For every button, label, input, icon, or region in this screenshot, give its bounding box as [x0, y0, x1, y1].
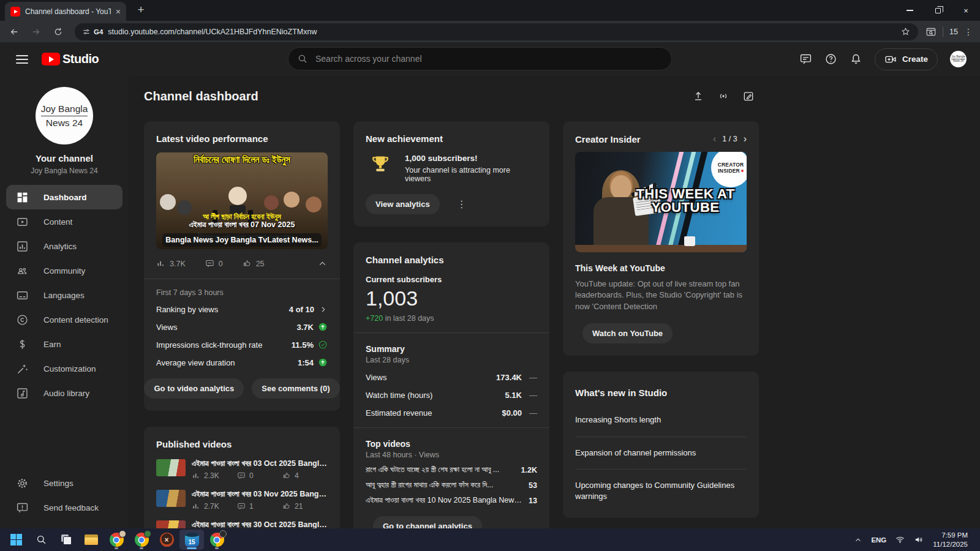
carousel-pager: ‹ 1 / 3 › [713, 133, 747, 144]
channel-avatar[interactable]: Joy Bangla News 24 [36, 87, 93, 144]
card-title: Channel analytics [366, 255, 537, 265]
account-avatar[interactable]: Joy Bangla News 24 [950, 51, 967, 67]
create-post-button[interactable] [738, 86, 759, 107]
sidebar-item-content-detection[interactable]: Content detection [0, 307, 129, 332]
sidebar-item-dashboard[interactable]: Dashboard [6, 185, 123, 209]
studio-search-bar[interactable] [288, 47, 672, 70]
extensions-count[interactable]: 15 [949, 28, 958, 36]
top-video-row[interactable]: রাগে একি ঘটাতে যাচ্ছে ২য় স্ত্রী শেষ রক্… [366, 465, 537, 474]
search-input[interactable] [315, 54, 663, 64]
card-divider [353, 427, 549, 428]
whats-new-item[interactable]: Upcoming changes to Community Guidelines… [575, 470, 747, 506]
published-video-row[interactable]: এইমাত্র পাওয়া বাংলা খবর 03 Oct 2025 Ban… [156, 459, 328, 480]
column-2: New achievement 1,000 subscribers! Your … [353, 121, 549, 528]
window-minimize-button[interactable] [895, 0, 924, 21]
upload-videos-button[interactable] [688, 86, 709, 107]
studio-logo[interactable]: Studio [42, 52, 99, 66]
forward-button[interactable] [27, 23, 45, 41]
volume-icon[interactable] [914, 534, 924, 545]
collapse-chevron-icon[interactable] [317, 258, 328, 269]
go-to-video-analytics-button[interactable]: Go to video analytics [144, 378, 244, 399]
whats-new-item[interactable]: Increasing Shorts length [575, 404, 747, 437]
sidebar-item-community[interactable]: Community [0, 258, 129, 283]
page-title: Channel dashboard [144, 89, 258, 103]
reload-button[interactable] [49, 23, 67, 41]
go-live-button[interactable] [713, 86, 734, 107]
creator-insider-thumbnail[interactable]: CREATOR INSIDER THIS WEEK AT YOUTUBE [575, 152, 747, 252]
pager-next-icon[interactable]: › [744, 133, 747, 144]
see-comments-button[interactable]: See comments (0) [252, 378, 339, 399]
likes-stat: 25 [243, 259, 265, 268]
chrome-profile-3-button[interactable] [205, 530, 229, 550]
url-text[interactable]: studio.youtube.com/channel/UCkA21HBJFdYh… [108, 28, 895, 36]
help-icon[interactable] [824, 53, 837, 66]
wand-icon [16, 362, 29, 375]
trend-up-icon [318, 358, 328, 367]
view-analytics-button[interactable]: View analytics [366, 194, 440, 214]
page-actions [688, 86, 759, 107]
metric-ranking[interactable]: Ranking by views 4 of 10 [156, 305, 328, 314]
language-indicator[interactable]: ENG [871, 536, 886, 544]
tab-search-icon[interactable] [925, 26, 937, 37]
published-video-row[interactable]: এইমাত্র পাওয়া বাংলা খবর 03 Nov 2025 Ban… [156, 490, 328, 511]
system-tray: ENG 7:59 PM 11/12/2025 [854, 531, 976, 549]
chrome-icon [135, 533, 149, 547]
browser-tabstrip: Channel dashboard - YouTube S × + × [0, 0, 980, 21]
feedback-icon[interactable] [799, 53, 812, 66]
top-video-row[interactable]: এইমাত্র পাওয়া বাংলা খবর 10 Nov 2025 Ban… [366, 496, 537, 505]
top-video-row[interactable]: আবু ত্বহার স্ত্রী রাগের মাথায় একি করলো … [366, 481, 537, 490]
site-settings-chip[interactable]: G4 [82, 28, 103, 36]
thumbnail-caption: Bangla News Joy Bangla TvLatest News... [162, 233, 322, 247]
sidebar-item-analytics[interactable]: Analytics [0, 234, 129, 258]
taskbar-clock[interactable]: 7:59 PM 11/12/2025 [933, 531, 968, 549]
bookmark-star-icon[interactable] [900, 26, 911, 37]
metric-ctr: Impressions click-through rate 11.5% [156, 340, 328, 350]
sidebar-item-languages[interactable]: Languages [0, 283, 129, 307]
studio-header: Studio Create Joy Bangla News 24 [0, 42, 980, 76]
browser-tab-active[interactable]: Channel dashboard - YouTube S × [5, 2, 126, 21]
active-browser-button[interactable]: 15 [179, 530, 204, 550]
thumbnail-overlay-1: আ লীগ ছাড়া নির্বাচন হবেনা ইউনুস [156, 212, 328, 221]
latest-video-thumbnail[interactable]: নির্বাচনের ঘোষণা দিলেন ডঃ ইউনুস এইমাত্র … [156, 152, 328, 249]
pager-prev-icon[interactable]: ‹ [713, 133, 716, 144]
go-to-channel-analytics-button[interactable]: Go to channel analytics [373, 516, 482, 528]
sidebar-item-earn[interactable]: Earn [0, 332, 129, 356]
file-explorer-button[interactable] [79, 530, 104, 550]
watch-on-youtube-button[interactable]: Watch on YouTube [582, 323, 673, 343]
sidebar-item-customization[interactable]: Customization [0, 356, 129, 381]
check-circle-icon [318, 340, 328, 350]
sidebar-item-audio-library[interactable]: Audio library [0, 381, 129, 405]
card-title: Latest video performance [156, 133, 328, 144]
whats-new-item[interactable]: Expansion of channel permissions [575, 437, 747, 470]
back-button[interactable] [5, 23, 23, 41]
hidden-icons-chevron[interactable] [854, 536, 862, 544]
x-app-button[interactable]: × [154, 530, 179, 550]
hamburger-menu-icon[interactable] [16, 55, 28, 64]
chrome-profile-1-button[interactable] [104, 530, 129, 550]
tab-close-icon[interactable]: × [116, 7, 121, 16]
published-video-row[interactable]: এইমাত্র পাওয়া বাংলা খবর 30 Oct 2025 Ban… [156, 520, 328, 528]
new-tab-button[interactable]: + [134, 3, 148, 17]
subtitles-icon [16, 289, 29, 302]
task-view-button[interactable] [54, 530, 78, 550]
sidebar-item-send-feedback[interactable]: Send feedback [0, 495, 129, 520]
url-bar[interactable]: G4 studio.youtube.com/channel/UCkA21HBJF… [75, 23, 918, 40]
window-restore-button[interactable] [924, 0, 952, 21]
window-close-button[interactable]: × [952, 0, 980, 21]
wifi-icon[interactable] [895, 534, 905, 545]
window-controls: × [895, 0, 980, 21]
new-achievement-card: New achievement 1,000 subscribers! Your … [353, 121, 549, 227]
chrome-profile-2-button[interactable] [129, 530, 154, 550]
summary-period: Last 28 days [366, 356, 537, 364]
notifications-bell-icon[interactable] [850, 53, 862, 66]
more-options-icon[interactable]: ⋮ [457, 198, 467, 210]
sidebar-footer: Settings Send feedback [0, 471, 129, 520]
create-button[interactable]: Create [875, 48, 938, 70]
top-videos-title: Top videos [366, 439, 537, 449]
taskbar-search-button[interactable] [29, 530, 53, 550]
card-title: New achievement [366, 133, 537, 144]
browser-menu-icon[interactable]: ⋮ [964, 27, 973, 37]
sidebar-item-content[interactable]: Content [0, 209, 129, 234]
start-button[interactable] [4, 530, 28, 550]
sidebar-item-settings[interactable]: Settings [0, 471, 129, 495]
